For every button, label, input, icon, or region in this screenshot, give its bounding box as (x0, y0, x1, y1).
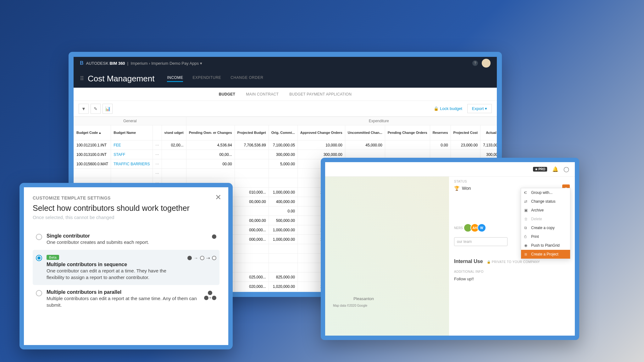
col-projected-budget[interactable]: Projected Budget (235, 125, 269, 140)
col-revised-budget[interactable]: vised udget (162, 125, 186, 140)
tab-change-order[interactable]: CHANGE ORDER (230, 75, 263, 82)
col-projected-cost[interactable]: Projected Cost (451, 125, 480, 140)
diagram-parallel: + (204, 291, 216, 300)
trophy-icon: 🏆 (454, 186, 459, 191)
radio-icon (36, 255, 42, 261)
modal-title: Select how contributors should work toge… (33, 204, 219, 213)
diagram-sequence: → ⇢ (187, 255, 216, 261)
subtab-budget[interactable]: BUDGET (219, 92, 235, 96)
col-pending-owner[interactable]: Pending Own- er Changes (186, 125, 235, 140)
follow-up-text: Follow up!! (454, 277, 570, 281)
breadcrumb-2[interactable]: Imperium Demo Pay Apps (151, 61, 199, 66)
chart-icon[interactable]: 📊 (103, 104, 113, 114)
user-icon[interactable]: ◯ (564, 166, 569, 172)
col-budget-name[interactable]: Budget Name (111, 125, 153, 140)
group-expenditure: Expenditure (186, 117, 497, 125)
col-actual-cost[interactable]: Actual Cost (480, 125, 497, 140)
subtab-payment-app[interactable]: BUDGET PAYMENT APPLICATION (289, 92, 352, 96)
pro-badge: ★ PRO (533, 167, 547, 172)
toolbar: ▼ ✎ 📊 🔒 Lock budget Export ▾ (74, 101, 497, 117)
diagram-single (212, 234, 216, 239)
brand-prefix: AUTODESK (86, 61, 108, 66)
option-parallel-contributors[interactable]: Multiple contributors in parallel Multip… (33, 285, 219, 313)
option-sequence-contributors[interactable]: Beta Multiple contributors in sequence O… (33, 250, 219, 285)
titlebar: B AUTODESK BIM 360 | Imperium › Imperium… (74, 57, 497, 69)
col-pending-co[interactable]: Pending Change Orders (385, 125, 430, 140)
page-title: Cost Management (88, 74, 154, 84)
internal-use-heading: Internal Use (454, 259, 483, 264)
apps-grid-icon[interactable]: ⠿ (80, 75, 84, 82)
group-general: General (74, 117, 186, 125)
menu-item[interactable]: ◉Push to PlanGrid (521, 241, 570, 250)
export-button[interactable]: Export ▾ (467, 104, 492, 113)
table-row[interactable]: 100.012100.1.INTFEE⋯02,00...4,536.847,70… (74, 140, 497, 150)
bell-icon[interactable]: 🔔 (552, 166, 558, 172)
col-orig-commit[interactable]: Orig. Commi... (269, 125, 297, 140)
tab-expenditure[interactable]: EXPENDITURE (192, 75, 221, 82)
secondary-header: ★ PRO 🔔 ◯ (325, 162, 575, 177)
beta-badge: Beta (47, 255, 59, 260)
menu-item[interactable]: ▣Archive (521, 206, 570, 215)
menu-item[interactable]: ⑆Group with... (521, 188, 570, 197)
team-input[interactable]: our team (454, 237, 508, 246)
secondary-app-window: ★ PRO 🔔 ◯ Pleasanton Map data ©2020 Goog… (321, 158, 579, 340)
menu-item[interactable]: ⇄Change status (521, 197, 570, 206)
tab-income[interactable]: INCOME (167, 75, 183, 82)
autodesk-logo-icon: B (80, 60, 84, 66)
avatar[interactable]: W (477, 223, 486, 232)
user-avatar[interactable] (482, 59, 491, 68)
status-value: Won (462, 186, 471, 191)
help-icon[interactable]: ? (472, 60, 478, 66)
modal-eyebrow: CUSTOMIZE TEMPLATE SETTINGS (33, 195, 219, 200)
template-settings-modal: ✕ CUSTOMIZE TEMPLATE SETTINGS Select how… (19, 183, 233, 349)
additional-info-label: ADDITIONAL INFO (454, 270, 570, 273)
col-reserves[interactable]: Reserves (430, 125, 451, 140)
radio-icon (36, 290, 42, 296)
menu-item[interactable]: ⧉Create a copy (521, 223, 570, 232)
context-menu: ⑆Group with...⇄Change status▣Archive🗑Del… (521, 188, 570, 259)
menu-item: 🗑Delete (521, 215, 570, 223)
filter-icon[interactable]: ▼ (79, 104, 89, 114)
map-panel[interactable]: Pleasanton Map data ©2020 Google (325, 177, 449, 336)
modal-subtitle: Once selected, this cannot be changed (33, 215, 219, 220)
private-label: 🔒 PRIVATE TO YOUR COMPANY (487, 260, 540, 264)
app-header: ⠿ Cost Management INCOME EXPENDITURE CHA… (74, 69, 497, 88)
details-panel: STATUS 🏆 Won ▾ ⑆Group with...⇄Change sta… (449, 177, 575, 336)
breadcrumb-1[interactable]: Imperium (130, 61, 147, 66)
option-single-contributor[interactable]: Single contributor One contributor creat… (33, 229, 219, 250)
map-credit: Map data ©2020 Google (333, 304, 367, 307)
col-budget-code[interactable]: Budget Code ▴ (74, 125, 111, 140)
subtab-main-contract[interactable]: MAIN CONTRACT (246, 92, 279, 96)
col-uncommitted[interactable]: Uncommitted Chan... (345, 125, 385, 140)
menu-item[interactable]: ≣Create a Project (521, 250, 570, 259)
status-label: STATUS (454, 180, 570, 183)
col-approved-co[interactable]: Approved Change Orders (297, 125, 345, 140)
brand-name: BIM 360 (109, 61, 125, 66)
edit-icon[interactable]: ✎ (91, 104, 101, 114)
close-icon[interactable]: ✕ (215, 193, 221, 202)
menu-item[interactable]: ⎙Print (521, 232, 570, 241)
map-location-label: Pleasanton (353, 296, 374, 301)
subtabs: BUDGET MAIN CONTRACT BUDGET PAYMENT APPL… (74, 88, 497, 101)
radio-icon (36, 234, 42, 240)
lock-budget-button[interactable]: 🔒 Lock budget (434, 106, 462, 111)
